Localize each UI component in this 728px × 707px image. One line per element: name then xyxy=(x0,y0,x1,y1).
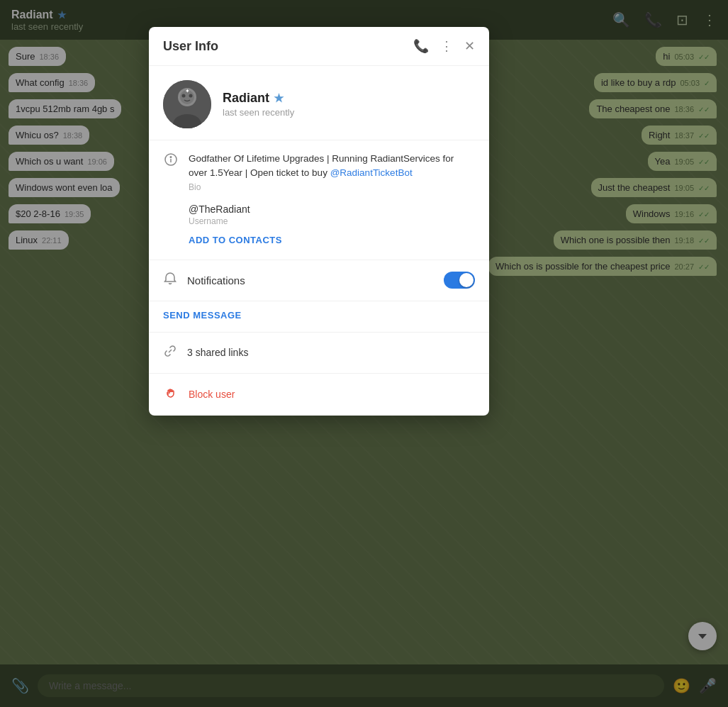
shared-links-section[interactable]: 3 shared links xyxy=(149,333,489,374)
profile-status: last seen recently xyxy=(223,107,294,118)
info-circle-icon xyxy=(163,153,179,192)
profile-star-icon: ★ xyxy=(274,91,284,105)
bio-link[interactable]: @RadiantTicketBot xyxy=(330,167,413,178)
link-icon xyxy=(163,344,177,362)
add-to-contacts-button[interactable]: ADD TO CONTACTS xyxy=(163,232,475,248)
username-content: @TheRadiant Username xyxy=(189,204,250,226)
bio-text: Godfather Of Lifetime Upgrades | Running… xyxy=(189,152,475,181)
user-info-modal: User Info 📞 ⋮ ✕ ✦ xyxy=(149,27,489,416)
notifications-left: Notifications xyxy=(163,272,245,289)
svg-point-4 xyxy=(182,94,186,98)
svg-point-9 xyxy=(170,157,172,158)
user-info-section: Godfather Of Lifetime Upgrades | Running… xyxy=(149,140,489,260)
bio-content: Godfather Of Lifetime Upgrades | Running… xyxy=(189,152,475,192)
bio-row: Godfather Of Lifetime Upgrades | Running… xyxy=(163,152,475,192)
bio-label: Bio xyxy=(189,182,475,192)
block-user-section[interactable]: Block user xyxy=(149,374,489,416)
send-message-button[interactable]: SEND MESSAGE xyxy=(149,301,489,333)
profile-info: Radiant ★ last seen recently xyxy=(223,91,294,118)
svg-point-5 xyxy=(189,94,193,98)
notifications-section: Notifications xyxy=(149,260,489,301)
toggle-knob xyxy=(459,273,474,287)
modal-header-icons: 📞 ⋮ ✕ xyxy=(413,38,475,54)
modal-menu-icon[interactable]: ⋮ xyxy=(440,38,453,54)
shared-links-text: 3 shared links xyxy=(187,347,248,358)
block-icon xyxy=(163,385,179,404)
username-label: Username xyxy=(189,216,250,226)
avatar: ✦ xyxy=(163,80,211,128)
modal-phone-icon[interactable]: 📞 xyxy=(413,38,429,54)
profile-name-text: Radiant xyxy=(223,91,269,106)
notifications-label: Notifications xyxy=(187,274,245,286)
svg-text:✦: ✦ xyxy=(185,88,190,94)
profile-name: Radiant ★ xyxy=(223,91,294,106)
username-value: @TheRadiant xyxy=(189,204,250,215)
username-row: @TheRadiant Username xyxy=(163,204,475,226)
modal-close-icon[interactable]: ✕ xyxy=(464,38,475,54)
username-icon-placeholder xyxy=(163,205,179,226)
bell-icon xyxy=(163,272,177,289)
block-user-text: Block user xyxy=(189,389,235,400)
user-profile-section: ✦ Radiant ★ last seen recently xyxy=(149,66,489,140)
modal-title: User Info xyxy=(163,39,218,54)
modal-header: User Info 📞 ⋮ ✕ xyxy=(149,27,489,66)
notifications-toggle[interactable] xyxy=(444,272,475,289)
